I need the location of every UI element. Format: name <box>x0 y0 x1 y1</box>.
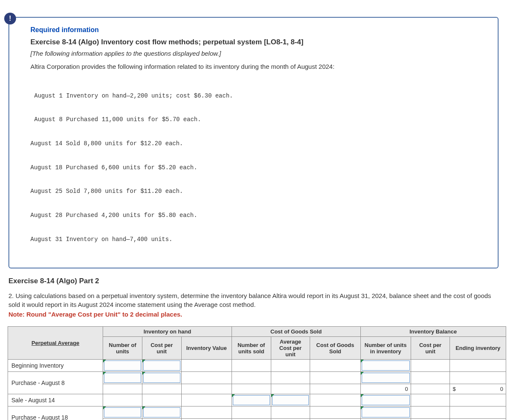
input-cogs-avg[interactable] <box>272 395 309 405</box>
cell-bal-units[interactable] <box>360 406 411 419</box>
group-inventory-on-hand: Inventory on hand <box>103 327 232 337</box>
required-information-label: Required information <box>30 26 485 34</box>
indicator-icon <box>142 406 145 409</box>
transaction-line: August 14 Sold 8,800 units for $12.20 ea… <box>30 140 485 148</box>
cell-bal-cost <box>411 394 450 406</box>
cell-cogs-units[interactable] <box>232 394 271 406</box>
cell-ioh-value <box>181 406 232 419</box>
group-inventory-balance: Inventory Balance <box>360 327 506 337</box>
col-cost-per-unit: Cost per unit <box>142 337 181 360</box>
alert-icon: ! <box>4 13 16 24</box>
cell-blank <box>271 384 310 394</box>
cell-cogs-cost <box>310 394 360 406</box>
input-bal-units[interactable] <box>362 395 410 405</box>
cell-cogs-cost <box>310 372 360 384</box>
col-units-in-inventory: Number of units in inventory <box>360 337 411 360</box>
indicator-icon <box>361 372 364 375</box>
cell-ioh-cost[interactable] <box>142 372 181 384</box>
col-number-of-units: Number of units <box>103 337 142 360</box>
cell-blank <box>181 384 232 394</box>
cell-blank <box>411 384 450 394</box>
cell-cogs-avg[interactable] <box>271 394 310 406</box>
cell-cogs-units <box>232 372 271 384</box>
col-ending-inventory: Ending inventory <box>450 337 506 360</box>
col-units-sold: Number of units sold <box>232 337 271 360</box>
cell-bal-cost <box>411 406 450 419</box>
indicator-icon <box>361 360 364 363</box>
indicator-icon <box>361 406 364 409</box>
cell-bal-ending <box>450 406 506 419</box>
indicator-icon <box>103 360 106 363</box>
cell-cogs-units <box>232 406 271 419</box>
row-label: Purchase - August 8 <box>8 372 103 394</box>
col-avg-cost-per-unit: Average Cost per unit <box>271 337 310 360</box>
input-bal-units[interactable] <box>362 373 410 383</box>
row-label: Beginning Inventory <box>8 360 103 372</box>
table-row: Purchase - August 18 <box>8 406 506 419</box>
input-ioh-cost[interactable] <box>143 360 180 371</box>
input-cogs-units[interactable] <box>233 395 270 405</box>
indicator-icon <box>142 372 145 375</box>
row-label: Sale - August 14 <box>8 394 103 406</box>
perpetual-average-table: Perpetual Average Inventory on hand Cost… <box>8 326 506 420</box>
question-text: 2. Using calculations based on a perpetu… <box>8 291 499 309</box>
table-row: Beginning Inventory <box>8 360 506 372</box>
cell-cogs-avg <box>271 360 310 372</box>
cell-ioh-cost <box>142 394 181 406</box>
transaction-line: August 25 Sold 7,800 units for $11.20 ea… <box>30 187 485 195</box>
input-ioh-units[interactable] <box>104 407 141 417</box>
cell-cogs-avg <box>271 372 310 384</box>
input-ioh-cost[interactable] <box>143 407 180 417</box>
subtotal-bal-ending: $0 <box>450 384 506 394</box>
cell-ioh-cost[interactable] <box>142 360 181 372</box>
cell-bal-ending <box>450 360 506 372</box>
table-row: Purchase - August 8 <box>8 372 506 384</box>
cell-bal-cost <box>411 360 450 372</box>
cell-ioh-value <box>181 360 232 372</box>
cell-bal-units[interactable] <box>360 360 411 372</box>
transaction-line: August 18 Purchased 6,600 units for $5.2… <box>30 164 485 172</box>
cell-ioh-units <box>103 394 142 406</box>
cell-blank <box>310 384 360 394</box>
part-title: Exercise 8-14 (Algo) Part 2 <box>8 277 499 285</box>
indicator-icon <box>103 406 106 409</box>
cell-ioh-cost[interactable] <box>142 406 181 419</box>
input-bal-units[interactable] <box>362 407 410 417</box>
cell-blank <box>142 384 181 394</box>
cell-ioh-units[interactable] <box>103 406 142 419</box>
cell-ioh-value <box>181 394 232 406</box>
cell-blank <box>232 384 271 394</box>
cell-bal-units[interactable] <box>360 372 411 384</box>
indicator-icon <box>103 372 106 375</box>
applies-note: [The following information applies to th… <box>30 50 485 57</box>
rounding-note: Note: Round "Average Cost per Unit" to 2… <box>8 311 499 318</box>
cell-bal-ending <box>450 372 506 384</box>
cell-cogs-units <box>232 360 271 372</box>
cell-bal-units[interactable] <box>360 394 411 406</box>
input-ioh-units[interactable] <box>104 373 141 383</box>
col-balance-cost-per-unit: Cost per unit <box>411 337 450 360</box>
table-row: Sale - August 14 <box>8 394 506 406</box>
row-label: Purchase - August 18 <box>8 406 103 420</box>
transaction-line: August 28 Purchased 4,200 units for $5.8… <box>30 211 485 219</box>
input-ioh-cost[interactable] <box>143 373 180 383</box>
perpetual-average-header: Perpetual Average <box>8 327 103 360</box>
cell-bal-ending <box>450 394 506 406</box>
transaction-line: August 31 Inventory on hand—7,400 units. <box>30 236 485 244</box>
cell-blank <box>103 384 142 394</box>
cell-ioh-units[interactable] <box>103 360 142 372</box>
indicator-icon <box>271 394 274 397</box>
input-bal-units[interactable] <box>362 360 410 371</box>
indicator-icon <box>142 360 145 363</box>
cell-cogs-avg <box>271 406 310 419</box>
indicator-icon <box>361 394 364 397</box>
col-cost-of-goods-sold: Cost of Goods Sold <box>310 337 360 360</box>
info-box: ! Required information Exercise 8-14 (Al… <box>8 17 499 268</box>
transaction-line: August 8 Purchased 11,000 units for $5.7… <box>30 116 485 124</box>
transaction-list: August 1 Inventory on hand—2,200 units; … <box>30 76 485 259</box>
col-inventory-value: Inventory Value <box>181 337 232 360</box>
input-ioh-units[interactable] <box>104 360 141 371</box>
transaction-line: August 1 Inventory on hand—2,200 units; … <box>30 92 485 100</box>
cell-ioh-units[interactable] <box>103 372 142 384</box>
cell-ioh-value <box>181 372 232 384</box>
